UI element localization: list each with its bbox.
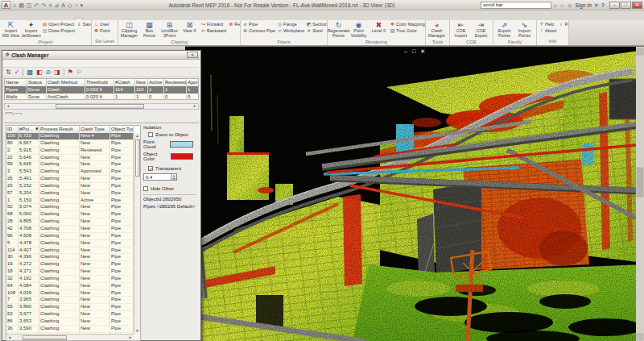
clash-result-row[interactable]: 644,084ClashingNewPipe	[6, 283, 140, 290]
dialog-close-button[interactable]: ✕	[187, 52, 198, 58]
clash-result-row[interactable]: 284,895ClashingNewPipe	[6, 218, 140, 226]
result-vscrollbar[interactable]: ▲ ▼	[134, 133, 140, 334]
dialog-title-bar[interactable]: ❖ Clash Manager ✕	[2, 51, 200, 60]
zoom-to-object-checkbox[interactable]	[148, 132, 153, 137]
transparent-checkbox[interactable]	[148, 166, 153, 171]
toolbar-icon[interactable]	[23, 69, 23, 76]
clash-set-row[interactable]: PipesDoneClash0.020 ft1141101111	[5, 86, 198, 94]
ribbon-button[interactable]: ❖Color Mapping	[389, 21, 426, 27]
clash-result-row[interactable]: 1084,039ClashingNewPipe	[6, 290, 140, 297]
clash-result-row[interactable]: 575,204ClashingNewPipe	[6, 190, 140, 198]
ribbon-button[interactable]: ▱Workplane	[276, 27, 305, 34]
column-header[interactable]: ID	[6, 126, 19, 133]
undo-icon[interactable]: ↶	[34, 2, 39, 9]
check-icon[interactable]: ✓	[14, 69, 20, 76]
maximize-button[interactable]: □	[621, 2, 631, 9]
point-cloud-color-swatch[interactable]	[170, 141, 193, 148]
object-color-swatch[interactable]	[171, 153, 193, 160]
ribbon-button[interactable]: ⇱Import MS View	[1, 21, 21, 40]
ribbon-button[interactable]: ⊞LimitBox 3Point	[159, 21, 180, 40]
column-header[interactable]: Process Result	[39, 126, 80, 133]
column-header[interactable]: Status	[27, 79, 47, 86]
clash-result-row[interactable]: 595,645ClashingNewPipe	[6, 161, 140, 168]
hscroll-thumb[interactable]	[56, 104, 144, 109]
search-icon[interactable]: ⌕	[554, 2, 557, 9]
column-header[interactable]: #Poi... ▼	[19, 126, 39, 133]
user-icon[interactable]: ☺	[567, 2, 572, 9]
toolbar-icon[interactable]	[64, 69, 64, 76]
text-icon[interactable]: A	[61, 2, 65, 9]
clash-result-row[interactable]: 194,272ClashingNewPipe	[6, 261, 140, 268]
column-header[interactable]: Active	[148, 79, 164, 86]
revit-app-menu-button[interactable]: A	[2, 1, 10, 9]
save-icon[interactable]: ◫	[27, 2, 32, 9]
view-minimize-icon[interactable]: –	[404, 48, 407, 55]
flag-outline-icon[interactable]: ⚐	[76, 69, 82, 76]
view-close-icon[interactable]: ✕	[420, 48, 425, 55]
3d-view-canvas[interactable]: – □ ✕	[185, 46, 644, 341]
column-header[interactable]: Object Type	[110, 126, 134, 133]
column-header[interactable]: #Clash	[114, 79, 135, 86]
clash-result-row[interactable]: 553,890ClashingNewPipe	[6, 304, 140, 311]
clash-result-row[interactable]: 265,491ClashingNewPipe	[6, 176, 140, 183]
print-icon[interactable]: ≡	[48, 2, 52, 9]
ribbon-button[interactable]: ⇓Save Project	[76, 21, 92, 27]
ribbon-button[interactable]: ▨True Color	[389, 27, 426, 34]
hide-other-checkbox[interactable]	[143, 186, 148, 191]
clash-result-row[interactable]: 363,590ClashingNewPipe	[6, 326, 140, 333]
clash-result-row[interactable]: 1144,407ClashingNewPipe	[6, 247, 140, 255]
column-header[interactable]: Approved	[187, 79, 199, 86]
ribbon-button[interactable]: ☺User	[93, 21, 111, 27]
ribbon-button[interactable]: ✱Point	[93, 27, 111, 34]
clash-result-row[interactable]: 1006,720ClashingNew ▾Pipe	[6, 133, 140, 140]
ribbon-button[interactable]: iPoint Info	[557, 21, 569, 27]
run-clash-icon[interactable]: ⇅	[6, 69, 11, 76]
ribbon-button[interactable]: #Steel	[305, 27, 328, 34]
ribbon-button[interactable]: ▦Box Fence	[139, 21, 159, 40]
clash-result-row[interactable]: 685,060ClashingNewPipe	[6, 211, 140, 218]
clash-result-row[interactable]: 863,653ClashingNewPipe	[6, 318, 140, 326]
hscroll-thumb[interactable]	[23, 335, 67, 340]
ribbon-button[interactable]: !About	[538, 27, 557, 34]
clash-result-row[interactable]: 505,074ClashingNewPipe	[6, 204, 140, 211]
sign-in-button[interactable]: Sign In	[576, 2, 592, 8]
column-header[interactable]: Threshold	[85, 79, 114, 86]
clash-result-row[interactable]: 424,708ClashingNewPipe	[6, 226, 140, 233]
clash-result-row[interactable]: 806,567ClashingNewPipe	[6, 140, 140, 148]
vscroll-thumb[interactable]	[135, 139, 140, 177]
clash-set-row[interactable]: WallsDoneAntiClash0.020 ft110000	[5, 94, 198, 100]
transparency-stepper[interactable]: 0.4 ▲▼	[143, 173, 177, 181]
favorites-icon[interactable]: ☆	[559, 2, 564, 9]
help-icon[interactable]: ?	[601, 2, 605, 9]
ribbon-button[interactable]: ⇥COE Export	[471, 21, 491, 40]
clash-result-row[interactable]: 184,271ClashingNewPipe	[6, 268, 140, 276]
open-icon[interactable]: ▤	[19, 2, 24, 9]
ribbon-button[interactable]: ⌀Pipe	[242, 21, 276, 27]
isolate-left-icon[interactable]: ◧	[36, 69, 43, 76]
clash-result-row[interactable]: 225,646ClashingNewPipe	[6, 155, 140, 162]
ribbon-button[interactable]: ⇗Export Points	[494, 21, 514, 40]
view-scrollbar[interactable]	[636, 47, 644, 341]
clash-result-row[interactable]: 633,677ClashingNewPipe	[6, 311, 140, 318]
customize-icon[interactable]: ▾	[80, 2, 84, 9]
dialog-tab[interactable]	[14, 113, 22, 115]
ribbon-button[interactable]: ◉Point Visibility	[349, 21, 369, 40]
ribbon-button[interactable]: ↪Forward	[200, 21, 227, 27]
clash-result-row[interactable]: 304,396ClashingNewPipe	[6, 254, 140, 261]
minimize-button[interactable]: –	[609, 2, 620, 9]
column-header[interactable]: Reviewed	[164, 79, 187, 86]
ribbon-button[interactable]: ⊠View X	[180, 21, 200, 40]
column-header[interactable]: New	[135, 79, 148, 86]
ribbon-button[interactable]: ✖Level 0	[369, 21, 389, 40]
column-header[interactable]: Clash Method	[47, 79, 85, 86]
ribbon-button[interactable]: ?Help	[538, 21, 557, 27]
clash-result-row[interactable]: 15,150ClashingActivePipe	[6, 198, 140, 205]
clash-result-row[interactable]: 35,543ClashingApprovedPipe	[6, 168, 140, 176]
clash-result-row[interactable]: 324,192ClashingNewPipe	[6, 276, 140, 283]
exchange-apps-icon[interactable]: ✕	[594, 2, 599, 9]
ribbon-button[interactable]: ✦Import JetStream	[21, 21, 41, 40]
clash-result-row[interactable]: 964,508ClashingNewPipe	[6, 233, 140, 240]
ribbon-button[interactable]: ◩Section	[305, 21, 328, 27]
ribbon-button[interactable]: ⊗Reset Clip	[227, 21, 241, 27]
grid-icon[interactable]: ▩	[27, 69, 33, 76]
